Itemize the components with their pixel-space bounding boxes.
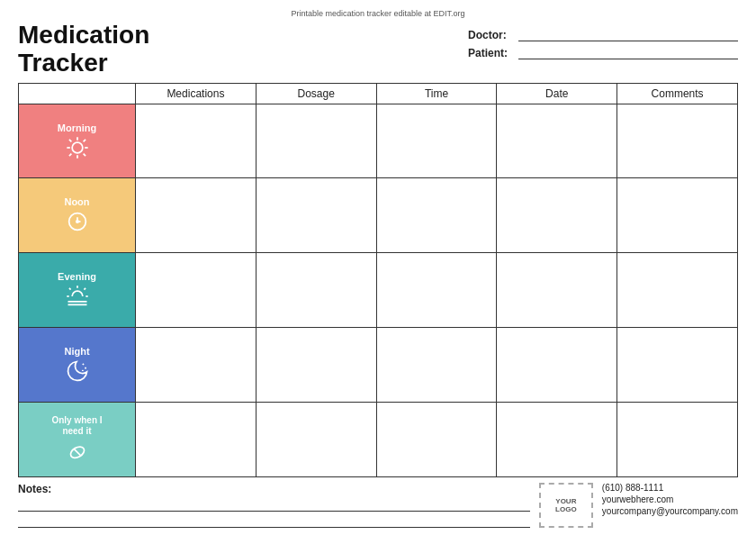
only-when-comments[interactable] (617, 403, 738, 476)
svg-line-5 (68, 139, 70, 141)
svg-line-8 (68, 153, 70, 155)
patient-field-line: Patient: (468, 47, 738, 59)
sun-icon (65, 135, 90, 160)
fields-block: Doctor: Patient: (468, 22, 738, 59)
morning-cell: Morning (19, 104, 136, 178)
sunset-icon (65, 284, 90, 309)
bottom-section: Notes: YOUR LOGO (610) 888-1111 yourwebh… (18, 483, 738, 528)
patient-underline[interactable] (518, 47, 738, 59)
morning-time[interactable] (377, 104, 498, 178)
table-row: Noon (19, 178, 738, 253)
col-header-empty (19, 84, 136, 104)
only-when-label: Only when Ineed it (51, 415, 102, 437)
morning-dosage[interactable] (256, 104, 377, 178)
morning-medications[interactable] (136, 104, 256, 178)
only-when-cell: Only when Ineed it (19, 403, 136, 476)
night-label: Night (64, 346, 89, 357)
contact-phone: (610) 888-1111 (602, 483, 738, 493)
svg-line-6 (83, 153, 85, 155)
noon-cell: Noon (19, 178, 136, 252)
notes-block: Notes: (18, 483, 530, 528)
svg-point-12 (76, 221, 77, 222)
morning-date[interactable] (497, 104, 617, 178)
only-when-dosage[interactable] (256, 403, 377, 476)
noon-medications[interactable] (136, 178, 256, 252)
col-header-medications: Medications (136, 84, 256, 104)
evening-dosage[interactable] (256, 253, 377, 327)
svg-line-24 (73, 449, 80, 456)
notes-line-2[interactable] (18, 515, 530, 528)
logo-line1: YOUR (555, 497, 576, 505)
evening-cell: Evening (19, 253, 136, 327)
svg-line-7 (83, 139, 85, 141)
logo-block: YOUR LOGO (539, 483, 593, 528)
only-when-medications[interactable] (136, 403, 256, 476)
evening-label: Evening (58, 271, 96, 282)
evening-date[interactable] (497, 253, 617, 327)
moon-icon (65, 358, 90, 384)
morning-comments[interactable] (617, 104, 738, 178)
table-header-row: Medications Dosage Time Date Comments (19, 84, 738, 104)
evening-time[interactable] (377, 253, 498, 327)
evening-comments[interactable] (617, 253, 738, 327)
only-when-date[interactable] (497, 403, 617, 476)
table-row: Evening (19, 253, 738, 328)
table-row: Only when Ineed it (19, 403, 738, 477)
svg-line-17 (84, 288, 86, 290)
col-header-dosage: Dosage (256, 84, 377, 104)
tracker-table: Medications Dosage Time Date Comments Mo… (18, 83, 738, 477)
svg-line-14 (68, 288, 70, 290)
table-body: Morning (19, 104, 738, 477)
noon-label: Noon (64, 196, 89, 207)
only-when-time[interactable] (377, 403, 498, 476)
svg-point-0 (72, 142, 83, 153)
evening-medications[interactable] (136, 253, 256, 327)
noon-date[interactable] (497, 178, 617, 252)
notes-label: Notes: (18, 483, 530, 495)
col-header-date: Date (497, 84, 617, 104)
night-time[interactable] (377, 328, 498, 402)
page-title: MedicationTracker (18, 22, 149, 77)
noon-dosage[interactable] (256, 178, 377, 252)
doctor-underline[interactable] (518, 29, 738, 41)
night-dosage[interactable] (256, 328, 377, 402)
doctor-label: Doctor: (468, 29, 513, 41)
night-cell: Night (19, 328, 136, 402)
col-header-comments: Comments (617, 84, 738, 104)
notes-line-1[interactable] (18, 499, 530, 512)
logo-line2: LOGO (555, 505, 577, 513)
noon-comments[interactable] (617, 178, 738, 252)
noon-time[interactable] (377, 178, 498, 252)
table-row: Morning (19, 104, 738, 179)
pill-icon (65, 439, 90, 464)
night-comments[interactable] (617, 328, 738, 402)
patient-label: Patient: (468, 47, 513, 59)
doctor-field-line: Doctor: (468, 29, 738, 41)
top-note: Printable medication tracker editable at… (18, 9, 738, 18)
contact-web: yourwebhere.com (602, 494, 738, 504)
night-medications[interactable] (136, 328, 256, 402)
table-row: Night (19, 328, 738, 403)
contact-block: (610) 888-1111 yourwebhere.com yourcompa… (602, 483, 738, 516)
title-block: MedicationTracker (18, 22, 149, 77)
contact-email: yourcompany@yourcompany.com (602, 506, 738, 516)
col-header-time: Time (377, 84, 498, 104)
header-row: MedicationTracker Doctor: Patient: (18, 22, 738, 77)
noon-icon (65, 209, 90, 234)
svg-line-20 (82, 364, 83, 365)
morning-label: Morning (58, 122, 96, 133)
night-date[interactable] (497, 328, 617, 402)
